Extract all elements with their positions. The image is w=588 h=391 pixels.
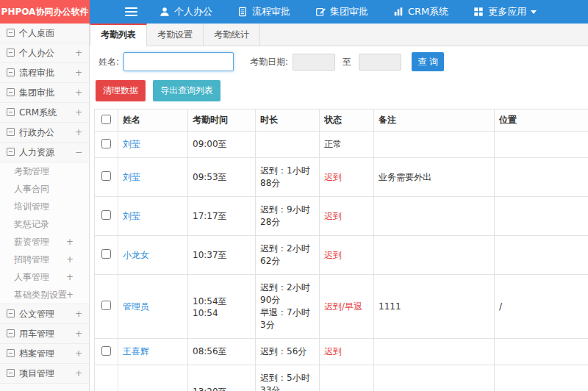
expand-toggle[interactable]: + (75, 324, 82, 343)
sidebar-item[interactable]: 档案管理 + (0, 344, 89, 364)
main-content: 考勤列表 考勤设置 考勤统计 姓名: 考勤日期: 至 查 询 清理数据 导出查询… (90, 24, 588, 391)
tab-attendance-list[interactable]: 考勤列表 (90, 24, 147, 46)
menu-icon (7, 329, 15, 337)
employee-name-link[interactable]: 刘莹 (123, 139, 140, 149)
row-checkbox[interactable] (101, 346, 111, 356)
table-row: 黄莹 13:20至13:20 迟到：5小时33分早退：4小时67分 迟到/早退 … (95, 365, 588, 391)
sidebar-item-label: 项目管理 (19, 368, 54, 379)
nav-item-label: 个人办公 (174, 5, 212, 18)
expand-toggle[interactable]: + (75, 364, 82, 383)
topbar: PHPOA协同办公软件 个人办公 流程审批 集团审批 CRM系统 (0, 0, 588, 24)
sidebar-item-label: 流程审批 (19, 68, 54, 78)
date-to-input[interactable] (359, 54, 401, 71)
attendance-time-cell: 10:37至 (188, 236, 256, 275)
employee-name-link[interactable]: 小龙女 (123, 250, 149, 260)
nav-item-process-approval[interactable]: 流程审批 (237, 5, 290, 18)
table-row: 小龙女 10:37至 迟到：2小时62分 迟到 (95, 236, 588, 275)
search-button[interactable]: 查 询 (412, 52, 444, 71)
sidebar-item[interactable]: 项目管理 + (0, 364, 89, 384)
sidebar-subitem[interactable]: 人事管理 + (0, 268, 89, 286)
table-row: 王喜辉 08:56至 迟到：56分 迟到 (95, 339, 588, 365)
expand-toggle[interactable]: + (66, 286, 74, 304)
sidebar-item[interactable]: 个人桌面 (0, 24, 89, 43)
status-cell: 迟到 (320, 197, 374, 236)
sidebar-subitem[interactable]: 招聘管理 + (0, 251, 89, 268)
sidebar-subitem[interactable]: 培训管理 (0, 198, 89, 215)
sidebar-subitem[interactable]: 薪资管理 + (0, 233, 89, 251)
row-checkbox[interactable] (101, 249, 111, 259)
sidebar-menu: 个人桌面 个人办公 + 流程审批 + 集团审批 + CRM系统 + 行政办公 +… (0, 24, 90, 391)
expand-toggle[interactable]: + (75, 123, 82, 142)
sidebar-item-label: 用车管理 (19, 329, 54, 339)
sidebar-item[interactable]: 用车管理 + (0, 324, 89, 344)
expand-toggle[interactable]: + (75, 103, 82, 122)
location-cell (495, 339, 588, 365)
tab-attendance-statistics[interactable]: 考勤统计 (204, 24, 260, 46)
sidebar-subitem[interactable]: 基础类别设置 + (0, 286, 89, 304)
expand-toggle[interactable]: + (66, 268, 74, 286)
app-logo[interactable]: PHPOA协同办公软件 (0, 0, 90, 24)
expand-toggle[interactable]: + (75, 344, 82, 363)
menu-icon (7, 349, 15, 357)
sidebar-subitem[interactable]: 考勤管理 (0, 162, 89, 180)
select-all-checkbox[interactable] (101, 115, 111, 124)
edit-icon (315, 7, 326, 17)
nav-item-crm[interactable]: CRM系统 (393, 5, 448, 18)
sidebar-item[interactable]: 集团审批 + (0, 83, 89, 103)
expand-toggle[interactable]: + (75, 83, 82, 102)
row-checkbox[interactable] (101, 210, 111, 220)
sidebar-item-label: CRM系统 (19, 107, 57, 118)
menu-toggle-icon[interactable] (125, 5, 137, 18)
row-checkbox[interactable] (101, 301, 111, 310)
sidebar-item[interactable]: 公文管理 + (0, 304, 89, 324)
nav-item-group-approval[interactable]: 集团审批 (315, 5, 368, 18)
employee-name-link[interactable]: 管理员 (123, 301, 149, 312)
expand-toggle[interactable]: + (75, 63, 82, 82)
chevron-down-icon (531, 10, 537, 14)
sidebar-subitem-label: 奖惩记录 (14, 219, 49, 229)
date-from-input[interactable] (293, 54, 335, 71)
menu-icon (7, 148, 15, 156)
nav-item-personal-office[interactable]: 个人办公 (159, 5, 212, 18)
nav-item-label: CRM系统 (408, 5, 448, 18)
tab-attendance-settings[interactable]: 考勤设置 (147, 24, 204, 46)
attendance-time-cell: 08:56至 (188, 339, 256, 365)
sidebar-subitem[interactable]: 奖惩记录 (0, 215, 89, 233)
sidebar-item[interactable]: 流程审批 + (0, 63, 89, 83)
name-filter-input[interactable] (123, 52, 234, 71)
sidebar-subitem[interactable]: 人事合同 (0, 180, 89, 198)
attendance-time-cell: 09:00至 (188, 132, 256, 158)
sidebar-item-label: 档案管理 (19, 348, 54, 359)
employee-name-link[interactable]: 刘莹 (123, 211, 140, 221)
row-checkbox[interactable] (101, 171, 111, 181)
sidebar-item-label: 集团审批 (19, 87, 54, 98)
menu-icon (7, 369, 15, 377)
sidebar-subitem-label: 人事合同 (14, 184, 49, 194)
nav-item-more-apps[interactable]: 更多应用 (473, 5, 537, 18)
remark-cell: 业务需要外出 (374, 158, 495, 197)
employee-name-link[interactable]: 刘莹 (123, 172, 140, 182)
sidebar-item-label: 行政办公 (19, 127, 54, 137)
row-checkbox[interactable] (101, 139, 111, 148)
expand-toggle[interactable]: + (75, 43, 82, 62)
remark-cell (374, 236, 495, 275)
expand-toggle[interactable]: + (66, 251, 74, 268)
sidebar-item[interactable]: CRM系统 + (0, 103, 89, 123)
duration-cell (256, 132, 320, 158)
table-row: 刘莹 17:17至 迟到：9小时28分 迟到 (95, 197, 588, 236)
expand-toggle[interactable]: − (75, 143, 82, 162)
export-list-button[interactable]: 导出查询列表 (153, 80, 220, 101)
sidebar-item[interactable]: 人力资源 − (0, 143, 89, 162)
location-cell (495, 132, 588, 158)
menu-icon (7, 29, 15, 37)
expand-toggle[interactable]: + (75, 304, 82, 323)
sidebar-item[interactable]: 行政办公 + (0, 123, 89, 143)
menu-icon (7, 309, 15, 318)
table-row: 管理员 10:54至10:54 迟到：2小时90分早退：7小时3分 迟到/早退 … (95, 275, 588, 339)
clean-data-button[interactable]: 清理数据 (96, 80, 146, 101)
attendance-time-cell: 17:17至 (188, 197, 256, 236)
sidebar-item-label: 人力资源 (19, 147, 54, 157)
expand-toggle[interactable]: + (66, 233, 74, 251)
employee-name-link[interactable]: 王喜辉 (123, 346, 149, 356)
sidebar-item[interactable]: 个人办公 + (0, 43, 89, 63)
